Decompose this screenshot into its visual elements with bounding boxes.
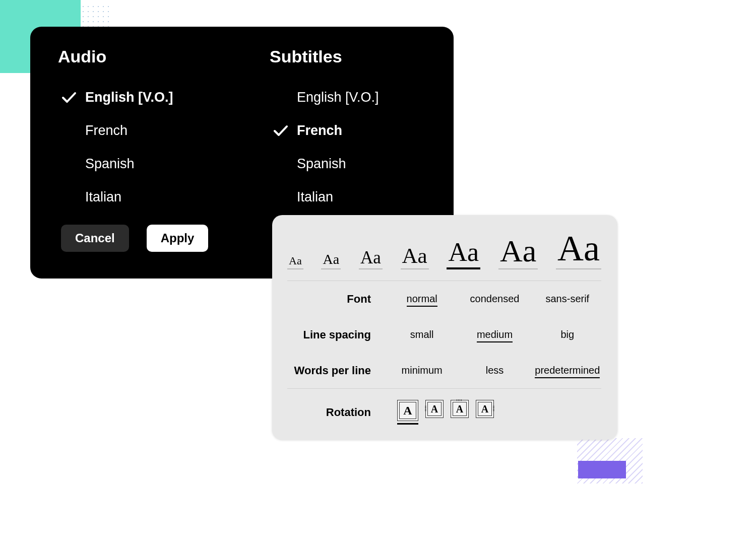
font-size-6[interactable]: Aa <box>498 235 538 269</box>
words-per-line-row: Words per line minimum less predetermine… <box>287 353 601 388</box>
line-spacing-row: Line spacing small medium big <box>287 317 601 353</box>
option-label: Italian <box>297 189 333 205</box>
apply-button[interactable]: Apply <box>147 225 209 252</box>
linespacing-option-medium[interactable]: medium <box>461 326 528 343</box>
option-label: Spanish <box>85 156 135 172</box>
rotation-option-1[interactable]: A <box>397 400 418 425</box>
audio-column: Audio English [V.O.] French Spanish <box>58 47 214 214</box>
font-row: Font normal condensed sans-serif <box>287 281 601 317</box>
rotation-icon: A <box>451 400 469 418</box>
rotation-option-4[interactable]: A <box>476 400 494 425</box>
line-spacing-label: Line spacing <box>287 328 383 341</box>
audio-option-italian[interactable]: Italian <box>58 180 214 214</box>
option-label: English [V.O.] <box>85 90 173 105</box>
font-option-sansserif[interactable]: sans-serif <box>534 290 601 308</box>
subtitles-column: Subtitles English [V.O.] French Spanish <box>270 47 426 214</box>
subtitle-option-spanish[interactable]: Spanish <box>270 147 426 180</box>
option-label: Spanish <box>297 156 346 172</box>
words-per-line-label: Words per line <box>287 364 383 377</box>
font-size-3[interactable]: Aa <box>359 249 383 269</box>
check-icon <box>60 91 78 103</box>
linespacing-option-big[interactable]: big <box>534 326 601 343</box>
option-label: English [V.O.] <box>297 90 379 105</box>
rotation-label: Rotation <box>287 406 383 419</box>
font-size-row: Aa Aa Aa Aa Aa Aa Aa <box>287 230 601 281</box>
font-size-1[interactable]: Aa <box>287 255 303 269</box>
wpl-option-less[interactable]: less <box>461 362 528 379</box>
option-label: French <box>85 123 128 138</box>
wpl-option-predetermined[interactable]: predetermined <box>534 362 601 379</box>
audio-heading: Audio <box>58 47 214 66</box>
subtitle-option-italian[interactable]: Italian <box>270 180 426 214</box>
subtitle-option-french[interactable]: French <box>270 114 426 147</box>
audio-option-english[interactable]: English [V.O.] <box>58 81 214 114</box>
font-size-2[interactable]: Aa <box>321 252 341 269</box>
option-label: French <box>297 123 342 138</box>
font-label: Font <box>287 293 383 306</box>
check-icon <box>272 124 290 136</box>
subtitles-heading: Subtitles <box>270 47 426 66</box>
wpl-option-minimum[interactable]: minimum <box>388 362 456 379</box>
rotation-icon: A <box>476 400 494 418</box>
decor-purple-bar <box>578 461 626 478</box>
rotation-row: Rotation A A A A <box>287 389 601 425</box>
linespacing-option-small[interactable]: small <box>388 326 456 343</box>
audio-option-french[interactable]: French <box>58 114 214 147</box>
cancel-button[interactable]: Cancel <box>61 225 129 252</box>
rotation-option-2[interactable]: A <box>425 400 444 425</box>
font-size-4[interactable]: Aa <box>401 245 429 269</box>
text-settings-panel: Aa Aa Aa Aa Aa Aa Aa Font normal condens… <box>272 215 617 440</box>
option-label: Italian <box>85 189 121 205</box>
font-option-condensed[interactable]: condensed <box>461 290 528 308</box>
font-size-5[interactable]: Aa <box>447 239 480 269</box>
font-option-normal[interactable]: normal <box>388 290 456 308</box>
font-size-7[interactable]: Aa <box>556 230 601 269</box>
rotation-icon: A <box>425 400 444 418</box>
audio-option-spanish[interactable]: Spanish <box>58 147 214 180</box>
rotation-option-3[interactable]: A <box>451 400 469 425</box>
subtitle-option-english[interactable]: English [V.O.] <box>270 81 426 114</box>
rotation-icon: A <box>397 400 418 421</box>
